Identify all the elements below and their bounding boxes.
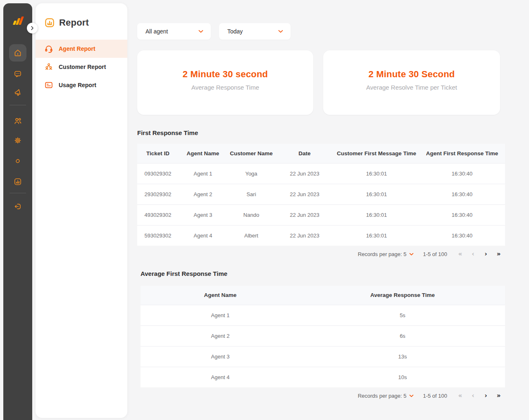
menu-item-label: Agent Report [59,45,95,52]
stat-label: Average Response Time [137,84,313,91]
menu-item-customer-report[interactable]: Customer Report [36,58,127,76]
headset-icon [44,44,53,53]
column-header: Agent First Response Time [419,144,505,163]
nav-settings-button[interactable] [9,132,26,149]
table-cell: 593029302 [137,225,179,246]
chevron-down-icon [198,30,203,33]
icon-rail-sidebar [3,3,32,420]
table-cell: 493029302 [137,204,179,225]
table-cell: Albert [227,225,275,246]
table-cell: 22 Jun 2023 [275,163,334,184]
chat-icon [14,70,22,78]
table-cell: 6s [300,325,505,346]
report-nav-panel: Report Agent Report [36,3,127,418]
table-cell: Agent 4 [141,367,300,387]
column-header: Date [275,144,334,163]
table-row: Agent 15s [141,305,505,325]
page-range-label: 1-5 of 100 [423,393,447,399]
table-cell: 16:30:40 [419,184,505,204]
column-header: Ticket ID [137,144,179,163]
column-header: Customer First Message Time [334,144,419,163]
nav-broadcast-button[interactable] [9,83,26,101]
menu-item-usage-report[interactable]: Usage Report [36,76,127,94]
table-cell: 5s [300,305,505,325]
page-range-label: 1-5 of 100 [423,251,447,257]
rail-divider [10,193,26,193]
table-cell: 16:30:01 [334,184,419,204]
menu-item-label: Customer Report [59,64,106,70]
table-cell: Agent 4 [179,225,227,246]
megaphone-icon [14,88,22,97]
app-window: Report Agent Report [0,0,529,420]
sidebar-expand-button[interactable] [27,23,38,33]
table-header-row: Agent NameAverage Response Time [141,286,505,305]
first-page-button[interactable]: « [454,249,467,259]
report-icon [44,17,55,28]
stat-label: Average Resolve Time per Ticket [323,84,500,91]
reports-icon [14,178,22,186]
table-cell: 22 Jun 2023 [275,225,334,246]
table-cell: 22 Jun 2023 [275,184,334,204]
report-menu: Agent Report Customer Report [36,40,127,94]
brand-logo [10,16,25,26]
nav-contacts-button[interactable] [9,112,26,130]
table-cell: 293029302 [137,184,179,204]
pagination-nav: « ‹ › » [454,249,505,259]
table-row: 293029302Agent 2Sari22 Jun 202316:30:011… [137,184,505,204]
date-filter-dropdown[interactable]: Today [219,23,291,40]
records-per-page-selector[interactable]: Records per page: 5 [358,393,414,399]
menu-item-label: Usage Report [59,82,96,88]
first-page-button[interactable]: « [454,391,467,401]
column-header: Agent Name [179,144,227,163]
logout-button[interactable] [9,198,26,215]
first-response-table: Ticket IDAgent NameCustomer NameDateCust… [137,144,505,246]
customer-group-icon [44,62,53,71]
table-cell: 22 Jun 2023 [275,204,334,225]
rail-divider [10,105,26,105]
usage-card-icon [44,81,53,90]
table-row: 093029302Agent 1Yoga22 Jun 202316:30:011… [137,163,505,184]
table-cell: 16:30:40 [419,225,505,246]
pagination-nav: « ‹ › » [454,391,505,401]
next-page-button[interactable]: › [479,249,492,259]
chevron-right-icon [30,26,34,30]
table-cell: 16:30:01 [334,163,419,184]
nav-home-button[interactable] [9,44,26,62]
agent-filter-dropdown[interactable]: All agent [137,23,211,40]
table-row: 493029302Agent 3Nando22 Jun 202316:30:01… [137,204,505,225]
table-cell: Agent 1 [179,163,227,184]
records-per-page-selector[interactable]: Records per page: 5 [358,251,414,257]
table-cell: Sari [227,184,275,204]
stat-value: 2 Minute 30 Second [323,69,500,80]
table-cell: 13s [300,346,505,367]
table-cell: 10s [300,367,505,387]
nav-integrations-button[interactable] [9,152,26,170]
table-row: 593029302Agent 4Albert22 Jun 202316:30:0… [137,225,505,246]
first-response-pagination: Records per page: 5 1-5 of 100 « ‹ › » [137,247,505,261]
table-row: Agent 410s [141,367,505,387]
agent-filter-value: All agent [145,28,168,35]
next-page-button[interactable]: › [479,391,492,401]
last-page-button[interactable]: » [492,391,505,401]
nav-chat-button[interactable] [9,65,26,83]
table-header: Agent NameAverage Response Time [141,286,505,305]
table-row: Agent 26s [141,325,505,346]
logout-icon [14,202,22,211]
records-per-page-label: Records per page: 5 [358,393,407,399]
table-cell: Agent 2 [179,184,227,204]
column-header: Average Response Time [300,286,505,305]
section-title-first-response: First Response Time [137,129,198,136]
section-title-average-response: Average First Response Time [141,270,227,277]
table-cell: 093029302 [137,163,179,184]
prev-page-button[interactable]: ‹ [467,391,479,401]
integrations-icon [14,157,22,165]
menu-item-agent-report[interactable]: Agent Report [36,40,127,58]
column-header: Customer Name [227,144,275,163]
panel-header: Report [36,3,127,28]
gear-icon [14,136,22,145]
table-cell: Yoga [227,163,275,184]
nav-reports-button[interactable] [9,173,26,190]
users-icon [14,117,22,125]
last-page-button[interactable]: » [492,249,505,259]
prev-page-button[interactable]: ‹ [467,249,479,259]
